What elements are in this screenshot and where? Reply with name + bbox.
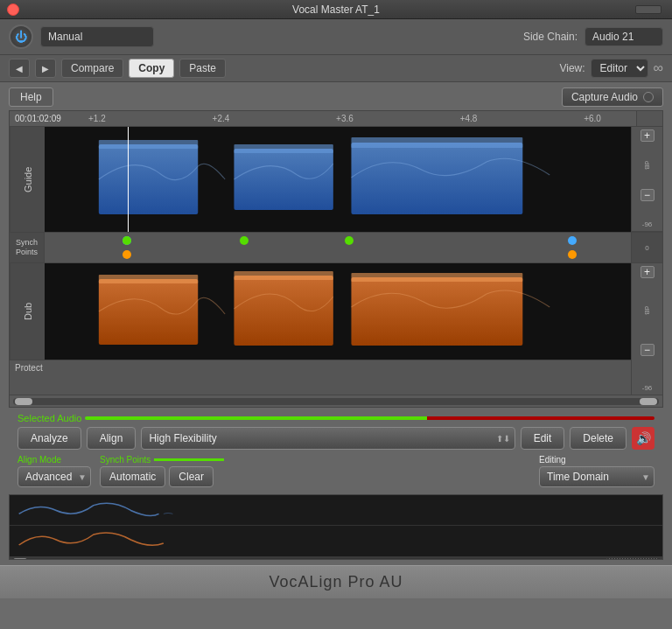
protect-row: Protect: [10, 360, 631, 375]
flexibility-select-wrap: High Flexibility Medium Flexibility Low …: [141, 427, 514, 450]
selected-audio-row: Selected Audio: [18, 413, 654, 423]
scrollbar-thumb-right[interactable]: [640, 398, 657, 405]
synch-bar: [154, 458, 224, 461]
copy-button[interactable]: Copy: [129, 59, 174, 78]
scrollbar-track[interactable]: [13, 398, 659, 405]
compare-button[interactable]: Compare: [61, 59, 123, 78]
time-domain-select[interactable]: Time Domain Frequency Domain: [539, 466, 654, 487]
guide-db-minus[interactable]: −: [640, 189, 654, 201]
svg-rect-8: [234, 276, 332, 346]
waveform-area: 00:01:02:09 +1.2 +2.4 +3.6 +4.8 +6.0 Gui…: [9, 110, 663, 408]
mini-scrollbar-thumb[interactable]: [13, 558, 27, 560]
right-db-panel: + dB − -96 0 + dB − -96: [631, 127, 662, 395]
sidechain-label: Side Chain:: [523, 31, 578, 43]
svg-rect-12: [10, 495, 662, 525]
delete-button[interactable]: Delete: [570, 427, 626, 450]
svg-rect-0: [99, 144, 198, 214]
synch-dot-orange-2[interactable]: [568, 250, 577, 259]
automatic-button[interactable]: Automatic: [100, 466, 165, 487]
dub-db-value: -96: [642, 384, 653, 392]
dub-waveform[interactable]: [45, 263, 631, 360]
svg-rect-6: [99, 279, 198, 345]
ruler-marks: +1.2 +2.4 +3.6 +4.8 +6.0: [88, 114, 636, 123]
window-title: Vocal Master AT_1: [292, 3, 380, 16]
mini-scrollbar: [10, 556, 662, 560]
help-button[interactable]: Help: [9, 87, 53, 107]
paste-button[interactable]: Paste: [179, 59, 226, 78]
protect-label: Protect: [13, 363, 43, 373]
mini-scrollbar-dots: [606, 558, 659, 560]
guide-db-label: dB: [643, 161, 651, 170]
editing-label: Editing: [539, 455, 566, 465]
advanced-select[interactable]: Advanced: [18, 466, 91, 487]
dub-db-section: + dB − -96: [632, 263, 662, 395]
dub-db-plus[interactable]: +: [640, 266, 654, 278]
waveform-main: Guide: [10, 127, 631, 395]
guide-waveform[interactable]: [45, 127, 631, 232]
ruler-mark-2: +2.4: [213, 114, 230, 123]
dub-track: Dub: [10, 263, 631, 360]
next-button[interactable]: ▶: [35, 59, 56, 78]
flexibility-select[interactable]: High Flexibility Medium Flexibility Low …: [141, 427, 514, 450]
synch-dot-orange-1[interactable]: [122, 250, 131, 259]
svg-rect-1: [99, 140, 198, 149]
close-button[interactable]: [7, 3, 19, 16]
prev-button[interactable]: ◀: [9, 59, 30, 78]
toolbar: ◀ ▶ Compare Copy Paste View: Editor ∞: [0, 55, 672, 82]
dub-db-minus[interactable]: −: [640, 344, 654, 356]
dub-label: Dub: [10, 263, 45, 360]
edit-button[interactable]: Edit: [521, 427, 565, 450]
synch-mode-group: Synch Points Automatic Clear: [100, 455, 224, 487]
align-button[interactable]: Align: [87, 427, 136, 450]
mini-guide-svg: [10, 495, 662, 525]
timecode: 00:01:02:09: [10, 112, 88, 125]
capture-button[interactable]: Capture Audio: [562, 87, 663, 107]
mode-row: Align Mode Advanced ▼ Synch Points Autom…: [18, 455, 654, 487]
synch-dot-green-1[interactable]: [122, 236, 131, 245]
mini-guide: [10, 495, 662, 526]
svg-rect-5: [351, 137, 522, 148]
svg-rect-11: [351, 273, 522, 282]
link-icon[interactable]: ∞: [654, 60, 663, 76]
selected-audio-label: Selected Audio: [18, 413, 81, 423]
playhead: [128, 127, 129, 232]
minimize-button[interactable]: [635, 5, 662, 14]
guide-label: Guide: [10, 127, 45, 232]
view-select[interactable]: Editor: [591, 59, 648, 78]
action-row: Analyze Align High Flexibility Medium Fl…: [18, 427, 654, 450]
dub-db-label: dB: [643, 306, 651, 315]
audio-select[interactable]: Audio 21: [584, 27, 663, 46]
power-button[interactable]: ⏻: [9, 24, 33, 49]
analyze-button[interactable]: Analyze: [18, 427, 81, 450]
manual-select[interactable]: Manual: [40, 26, 154, 47]
zero-label: 0: [645, 244, 648, 252]
waveform-outer: Guide: [10, 127, 662, 395]
controls-area: Selected Audio Analyze Align High Flexib…: [9, 409, 663, 491]
scrollbar-thumb[interactable]: [15, 398, 32, 405]
selected-audio-bar: [85, 416, 654, 420]
ruler-mark-3: +3.6: [336, 114, 354, 123]
capture-dot: [643, 92, 654, 102]
ruler-mark-5: +6.0: [584, 114, 601, 123]
svg-rect-3: [234, 144, 332, 153]
synch-points-label: Synch Points: [100, 455, 224, 465]
synch-dot-blue-2[interactable]: [568, 236, 577, 245]
clear-button[interactable]: Clear: [169, 466, 214, 487]
title-bar: Vocal Master AT_1: [0, 0, 672, 19]
speaker-button[interactable]: 🔊: [632, 427, 654, 450]
capture-label: Capture Audio: [571, 91, 638, 103]
guide-db-section: + dB − -96: [632, 127, 662, 232]
mini-waveform-area: [9, 494, 663, 560]
synch-dots-area[interactable]: [45, 233, 631, 262]
guide-track: Guide: [10, 127, 631, 232]
mini-scrollbar-track[interactable]: [11, 558, 661, 560]
mini-dub: [10, 526, 662, 556]
ruler-mark-1: +1.2: [88, 114, 106, 123]
bottom-label: VocALign Pro AU: [0, 565, 672, 598]
svg-rect-13: [10, 526, 662, 556]
synch-dot-green-3[interactable]: [345, 236, 354, 245]
view-label: View:: [559, 62, 584, 74]
synch-dot-green-2[interactable]: [240, 236, 248, 245]
guide-db-plus[interactable]: +: [640, 129, 654, 142]
speaker-icon: 🔊: [636, 431, 651, 445]
